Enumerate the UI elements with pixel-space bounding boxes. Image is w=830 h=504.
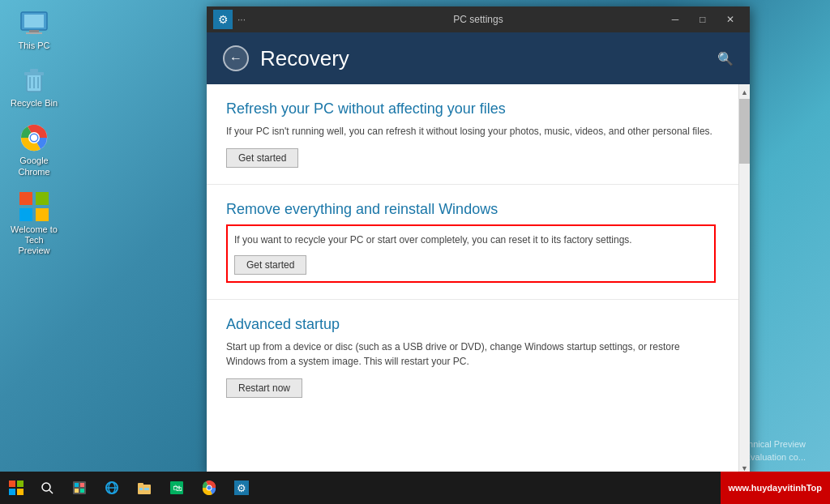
taskbar-icon-chrome[interactable] <box>195 472 224 504</box>
taskbar-icon-store2[interactable]: 🛍 <box>162 472 191 504</box>
svg-rect-17 <box>19 208 32 221</box>
svg-point-14 <box>31 135 37 141</box>
window-header: ← Recovery 🔍 <box>207 32 750 84</box>
section-remove-title: Remove everything and reinstall Windows <box>226 201 719 218</box>
svg-rect-21 <box>9 489 15 495</box>
scrollbar: ▲ ▼ <box>738 84 750 476</box>
desktop-icon-google-chrome[interactable]: Google Chrome <box>8 123 60 177</box>
svg-text:⚙: ⚙ <box>237 482 246 494</box>
svg-rect-22 <box>17 489 24 495</box>
section-refresh-desc: If your PC isn't running well, you can r… <box>226 124 719 139</box>
taskbar: 🛍 ⚙ <box>0 472 830 504</box>
welcome-label: Welcome to Tech Preview <box>8 224 60 257</box>
website-label: www.huydayvitinhTop <box>721 472 831 504</box>
desktop-icon-welcome[interactable]: Welcome to Tech Preview <box>8 192 60 257</box>
back-button[interactable]: ← <box>223 45 249 71</box>
scrollbar-thumb[interactable] <box>739 99 750 164</box>
minimize-button[interactable]: ─ <box>662 10 688 29</box>
svg-rect-6 <box>30 69 38 72</box>
svg-text:🛍: 🛍 <box>173 483 182 493</box>
svg-rect-34 <box>138 483 143 486</box>
titlebar-title: PC settings <box>453 14 503 25</box>
start-button[interactable] <box>0 472 32 504</box>
section-remove: Remove everything and reinstall Windows … <box>207 185 738 300</box>
titlebar: ⚙ ··· PC settings ─ □ ✕ <box>207 6 750 32</box>
titlebar-controls: ─ □ ✕ <box>662 10 743 29</box>
taskbar-icon-settings[interactable]: ⚙ <box>227 472 256 504</box>
maximize-button[interactable]: □ <box>690 10 716 29</box>
website-text: www.huydayvitinhTop <box>729 483 823 493</box>
pc-settings-window: ⚙ ··· PC settings ─ □ ✕ ← Recovery 🔍 Ref… <box>207 6 750 476</box>
svg-rect-20 <box>17 481 24 487</box>
section-remove-desc: If you want to recycle your PC or start … <box>234 233 708 247</box>
desktop-icon-this-pc[interactable]: This PC <box>8 8 60 51</box>
recycle-bin-icon <box>19 66 49 95</box>
taskbar-icon-ie[interactable] <box>97 472 126 504</box>
svg-rect-1 <box>24 15 44 28</box>
google-chrome-label: Google Chrome <box>8 156 60 177</box>
recycle-bin-label: Recycle Bin <box>11 98 58 109</box>
svg-rect-28 <box>75 489 79 493</box>
svg-rect-27 <box>80 483 84 487</box>
taskbar-icon-explorer[interactable] <box>130 472 159 504</box>
section-advanced: Advanced startup Start up from a device … <box>207 300 738 414</box>
svg-point-23 <box>42 483 50 491</box>
svg-rect-2 <box>29 30 39 32</box>
red-highlight-box: If you want to recycle your PC or start … <box>226 224 716 283</box>
desktop-icons: This PC Recycle Bin <box>8 8 60 256</box>
scrollbar-up-button[interactable]: ▲ <box>739 86 751 99</box>
welcome-icon <box>19 192 49 221</box>
header-search-icon[interactable]: 🔍 <box>717 51 734 66</box>
page-title: Recovery <box>260 46 349 71</box>
remove-get-started-button[interactable]: Get started <box>234 255 306 275</box>
window-content: Refresh your PC without affecting your f… <box>207 84 750 476</box>
svg-rect-35 <box>139 488 143 490</box>
svg-rect-3 <box>26 32 42 34</box>
section-refresh: Refresh your PC without affecting your f… <box>207 84 738 185</box>
svg-rect-5 <box>24 72 44 75</box>
svg-rect-16 <box>36 192 49 205</box>
settings-gear-icon: ⚙ <box>213 10 233 29</box>
desktop-icon-recycle-bin[interactable]: Recycle Bin <box>8 66 60 109</box>
google-chrome-icon <box>19 123 49 152</box>
svg-rect-19 <box>9 481 15 487</box>
svg-rect-26 <box>75 483 79 487</box>
taskbar-app-icons: 🛍 ⚙ <box>65 472 256 504</box>
svg-rect-15 <box>19 192 32 205</box>
svg-point-41 <box>208 486 212 490</box>
svg-rect-29 <box>80 489 84 493</box>
this-pc-icon <box>19 8 49 37</box>
desktop: This PC Recycle Bin <box>0 0 830 504</box>
svg-rect-36 <box>144 488 149 490</box>
scrollbar-track <box>739 99 750 462</box>
titlebar-dots: ··· <box>237 14 246 25</box>
refresh-get-started-button[interactable]: Get started <box>226 148 298 168</box>
taskbar-search-button[interactable] <box>32 472 62 504</box>
section-advanced-title: Advanced startup <box>226 316 719 333</box>
this-pc-label: This PC <box>18 41 49 51</box>
svg-rect-18 <box>36 208 49 221</box>
taskbar-icon-store[interactable] <box>65 472 94 504</box>
taskbar-right: www.huydayvitinhTop <box>721 472 831 504</box>
section-refresh-title: Refresh your PC without affecting your f… <box>226 100 719 117</box>
svg-line-24 <box>49 490 53 493</box>
section-advanced-desc: Start up from a device or disc (such as … <box>226 340 719 369</box>
restart-now-button[interactable]: Restart now <box>226 378 302 398</box>
content-scrollable: Refresh your PC without affecting your f… <box>207 84 738 476</box>
close-button[interactable]: ✕ <box>717 10 743 29</box>
